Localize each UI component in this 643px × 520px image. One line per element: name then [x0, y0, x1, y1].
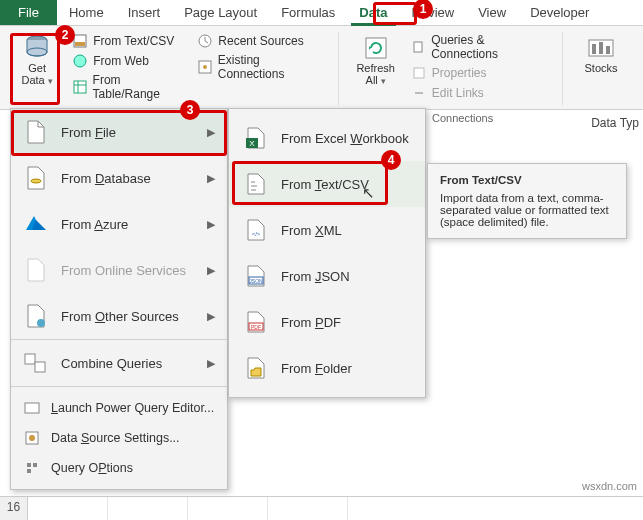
edit-links-icon — [411, 85, 427, 101]
from-web-button[interactable]: From Web — [70, 52, 189, 70]
queries-icon — [411, 39, 426, 55]
refresh-icon — [360, 34, 392, 62]
tooltip-title: From Text/CSV — [440, 174, 614, 186]
tab-insert[interactable]: Insert — [116, 0, 173, 25]
cell[interactable] — [268, 497, 348, 520]
svg-rect-16 — [599, 42, 603, 54]
svg-rect-12 — [414, 42, 422, 52]
cell[interactable] — [108, 497, 188, 520]
chevron-right-icon: ▶ — [207, 264, 215, 277]
watermark: wsxdn.com — [582, 480, 637, 492]
menu-from-azure[interactable]: From Azure ▶ — [11, 201, 227, 247]
svg-rect-15 — [592, 44, 596, 54]
xml-icon: </> — [243, 217, 269, 243]
online-services-icon — [23, 257, 49, 283]
svg-rect-22 — [25, 403, 39, 413]
tab-data[interactable]: Data — [347, 0, 399, 25]
get-data-button[interactable]: GetData ▾ — [10, 32, 64, 105]
svg-rect-3 — [75, 42, 85, 46]
connections-icon — [197, 59, 212, 75]
tab-review[interactable]: Review — [400, 0, 467, 25]
database-icon — [23, 165, 49, 191]
chevron-right-icon: ▶ — [207, 172, 215, 185]
from-text-csv-button[interactable]: From Text/CSV — [70, 32, 189, 50]
badge-4: 4 — [381, 150, 401, 170]
cursor-icon: ↖ — [362, 184, 375, 202]
tab-home[interactable]: Home — [57, 0, 116, 25]
properties-button[interactable]: Properties — [409, 64, 552, 82]
tab-file[interactable]: File — [0, 0, 57, 25]
svg-rect-26 — [33, 463, 37, 467]
get-data-label: GetData ▾ — [21, 62, 52, 86]
table-icon — [72, 79, 87, 95]
svg-point-18 — [31, 179, 41, 183]
file-icon — [23, 119, 49, 145]
menu-combine-queries[interactable]: Combine Queries ▶ — [11, 340, 227, 386]
svg-rect-27 — [27, 469, 31, 473]
properties-icon — [411, 65, 427, 81]
group-get-transform: GetData ▾ From Text/CSV From Web From Ta… — [6, 32, 339, 105]
submenu-from-json[interactable]: JSON From JSON — [229, 253, 425, 299]
svg-text:X: X — [249, 139, 255, 148]
svg-text:JSON: JSON — [249, 278, 263, 284]
submenu-from-xml[interactable]: </> From XML — [229, 207, 425, 253]
from-table-range-button[interactable]: From Table/Range — [70, 72, 189, 102]
combine-icon — [23, 350, 49, 376]
tab-view[interactable]: View — [466, 0, 518, 25]
svg-rect-25 — [27, 463, 31, 467]
options-icon — [23, 459, 41, 477]
data-source-icon — [23, 429, 41, 447]
chevron-right-icon: ▶ — [207, 126, 215, 139]
tooltip-from-text-csv: From Text/CSV Import data from a text, c… — [427, 163, 627, 239]
stocks-button[interactable]: Stocks — [573, 32, 629, 105]
svg-text:</>: </> — [252, 231, 261, 237]
stocks-icon — [585, 34, 617, 62]
existing-connections-button[interactable]: Existing Connections — [195, 52, 327, 82]
menu-from-other-sources[interactable]: From Other Sources ▶ — [11, 293, 227, 339]
svg-rect-21 — [35, 362, 45, 372]
svg-rect-13 — [414, 68, 424, 78]
svg-point-19 — [37, 319, 45, 327]
menu-from-online-services[interactable]: From Online Services ▶ — [11, 247, 227, 293]
svg-point-24 — [29, 435, 35, 441]
refresh-all-label: RefreshAll ▾ — [356, 62, 395, 86]
chevron-right-icon: ▶ — [207, 218, 215, 231]
group-queries: RefreshAll ▾ Queries & Connections Prope… — [345, 32, 563, 105]
folder-icon — [243, 355, 269, 381]
tab-developer[interactable]: Developer — [518, 0, 601, 25]
ribbon-tabs: File Home Insert Page Layout Formulas Da… — [0, 0, 643, 26]
cell[interactable] — [188, 497, 268, 520]
json-icon: JSON — [243, 263, 269, 289]
badge-2: 2 — [55, 25, 75, 45]
globe-icon — [72, 53, 88, 69]
group-data-types: Stocks — [569, 32, 639, 105]
svg-rect-5 — [74, 81, 86, 93]
queries-connections-button[interactable]: Queries & Connections — [409, 32, 552, 62]
svg-rect-17 — [606, 46, 610, 54]
connections-group-label: Connections — [432, 112, 493, 124]
refresh-all-button[interactable]: RefreshAll ▾ — [349, 32, 403, 105]
database-icon — [21, 34, 53, 62]
edit-links-button[interactable]: Edit Links — [409, 84, 552, 102]
row-header[interactable]: 16 — [0, 497, 28, 520]
excel-icon: X — [243, 125, 269, 151]
svg-text:PDF: PDF — [251, 324, 261, 330]
submenu-from-folder[interactable]: From Folder — [229, 345, 425, 391]
menu-launch-pq-editor[interactable]: Launch Power Query Editor... — [11, 393, 227, 423]
menu-query-options[interactable]: Query OPtions — [11, 453, 227, 483]
pq-editor-icon — [23, 399, 41, 417]
ribbon-body: GetData ▾ From Text/CSV From Web From Ta… — [0, 26, 643, 110]
tab-page-layout[interactable]: Page Layout — [172, 0, 269, 25]
badge-3: 3 — [180, 100, 200, 120]
pdf-icon: PDF — [243, 309, 269, 335]
get-data-menu: From File ▶ From Database ▶ From Azure ▶… — [10, 108, 228, 490]
recent-sources-button[interactable]: Recent Sources — [195, 32, 327, 50]
menu-from-database[interactable]: From Database ▶ — [11, 155, 227, 201]
menu-data-source-settings[interactable]: Data Source Settings... — [11, 423, 227, 453]
azure-icon — [23, 211, 49, 237]
submenu-from-pdf[interactable]: PDF From PDF — [229, 299, 425, 345]
worksheet-row: 16 — [0, 496, 643, 520]
cell[interactable] — [28, 497, 108, 520]
tab-formulas[interactable]: Formulas — [269, 0, 347, 25]
chevron-right-icon: ▶ — [207, 310, 215, 323]
